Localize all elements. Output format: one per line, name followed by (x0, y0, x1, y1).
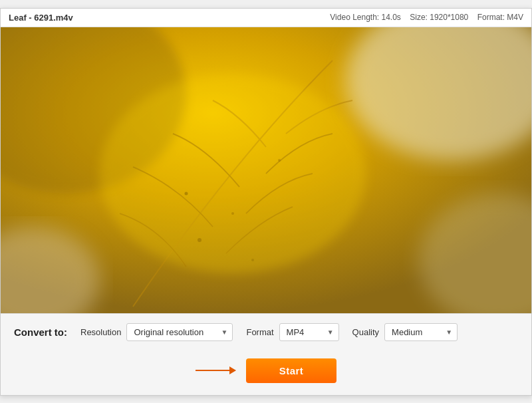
format-group: Format MP4 AVI MOV MKV WMV FLV M4V ▼ (246, 323, 338, 341)
format-select[interactable]: MP4 AVI MOV MKV WMV FLV M4V (279, 323, 339, 341)
quality-group: Quality High Medium Low ▼ (352, 323, 458, 341)
resolution-select[interactable]: Original resolution 1920x1080 1280x720 8… (126, 323, 233, 341)
resolution-group: Resolution Original resolution 1920x1080… (80, 323, 233, 341)
resolution-label: Resolution (80, 327, 121, 337)
file-title: Leaf - 6291.m4v (9, 13, 73, 23)
quality-label: Quality (352, 327, 379, 337)
convert-label: Convert to: (14, 327, 67, 338)
video-info: Video Length: 14.0s Size: 1920*1080 Form… (330, 13, 523, 22)
video-format: Format: M4V (477, 13, 523, 22)
quality-select[interactable]: High Medium Low (384, 323, 458, 341)
video-preview (1, 27, 531, 313)
video-size: Size: 1920*1080 (410, 13, 468, 22)
action-bar: Start (1, 350, 531, 395)
start-button[interactable]: Start (246, 358, 337, 383)
svg-point-10 (100, 74, 366, 273)
video-length: Video Length: 14.0s (330, 13, 401, 22)
title-bar: Leaf - 6291.m4v Video Length: 14.0s Size… (1, 9, 531, 27)
controls-bar: Convert to: Resolution Original resoluti… (1, 313, 531, 350)
format-dropdown-wrapper: MP4 AVI MOV MKV WMV FLV M4V ▼ (279, 323, 339, 341)
arrow-line (196, 370, 235, 371)
format-label: Format (246, 327, 273, 337)
app-window: Leaf - 6291.m4v Video Length: 14.0s Size… (0, 8, 532, 396)
arrow-indicator (196, 370, 235, 371)
resolution-dropdown-wrapper: Original resolution 1920x1080 1280x720 8… (126, 323, 233, 341)
quality-dropdown-wrapper: High Medium Low ▼ (384, 323, 458, 341)
